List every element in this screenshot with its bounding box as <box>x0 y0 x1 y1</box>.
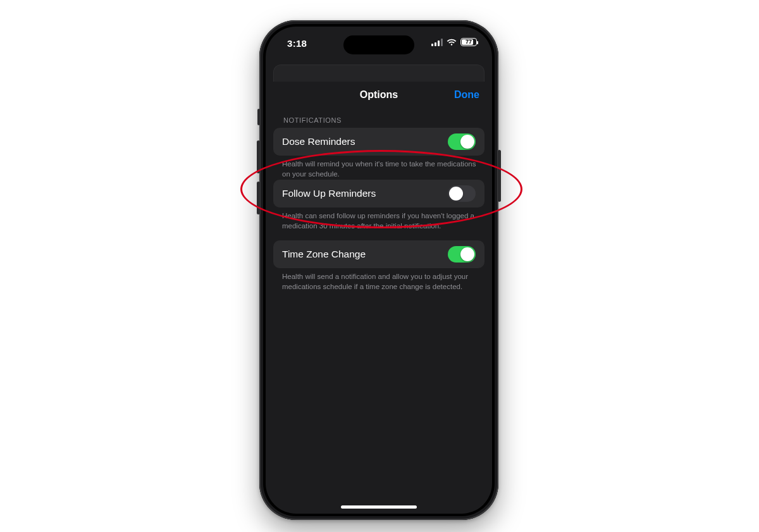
power-button[interactable] <box>498 150 501 202</box>
sheet-title: Options <box>360 89 398 101</box>
follow-up-reminders-row[interactable]: Follow Up Reminders <box>273 180 484 207</box>
volume-up-button[interactable] <box>257 140 260 173</box>
dose-reminders-footer: Health will remind you when it's time to… <box>282 159 478 179</box>
battery-indicator: 77 <box>460 38 477 46</box>
screen: 3:18 77 <box>266 27 492 514</box>
dose-reminders-row[interactable]: Dose Reminders <box>273 128 484 156</box>
dose-reminders-toggle[interactable] <box>448 133 476 150</box>
sheet-header: Options Done <box>266 81 492 109</box>
wifi-icon <box>447 39 457 46</box>
time-zone-change-toggle[interactable] <box>448 246 476 263</box>
dose-reminders-label: Dose Reminders <box>282 136 355 147</box>
battery-percent: 77 <box>466 39 472 45</box>
time-zone-change-row[interactable]: Time Zone Change <box>273 240 484 268</box>
dynamic-island <box>343 35 414 54</box>
time-zone-change-footer: Health will send a notification and allo… <box>282 272 478 292</box>
cellular-signal-icon <box>431 39 443 46</box>
status-time: 3:18 <box>287 38 307 49</box>
iphone-frame: 3:18 77 <box>259 20 498 520</box>
follow-up-reminders-footer: Health can send follow up reminders if y… <box>282 211 478 231</box>
done-button[interactable]: Done <box>454 89 479 101</box>
mute-switch[interactable] <box>257 109 260 125</box>
time-zone-change-label: Time Zone Change <box>282 249 366 260</box>
follow-up-reminders-toggle[interactable] <box>448 185 476 202</box>
home-indicator[interactable] <box>341 505 417 509</box>
follow-up-reminders-label: Follow Up Reminders <box>282 188 376 199</box>
background-card-peek <box>273 65 484 82</box>
section-header-notifications: NOTIFICATIONS <box>283 116 342 124</box>
volume-down-button[interactable] <box>257 182 260 214</box>
